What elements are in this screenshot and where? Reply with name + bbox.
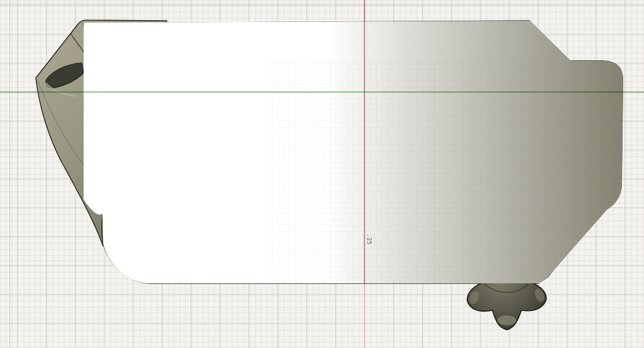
cad-viewport[interactable]: .25 [0,0,644,348]
model-rail-cover[interactable] [36,18,625,330]
cad-canvas[interactable]: .25 [0,0,644,348]
dimension-label: .25 [366,234,372,245]
grid-overlay-through-model [270,60,613,284]
